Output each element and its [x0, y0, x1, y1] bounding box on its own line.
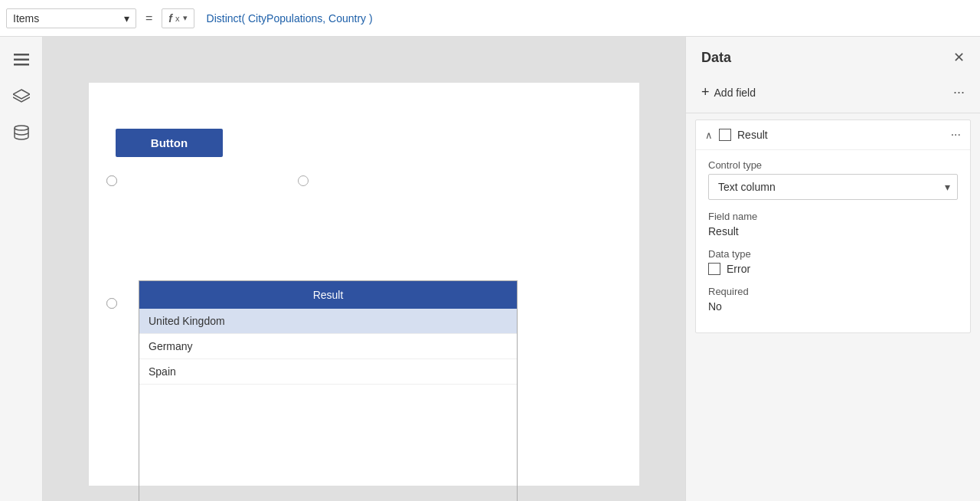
- control-type-select[interactable]: Text column Number column Date column: [708, 174, 958, 200]
- dropdown-chevron-icon: ▾: [124, 12, 129, 25]
- required-row: Required No: [708, 286, 958, 313]
- svg-rect-2: [14, 64, 29, 66]
- field-name-row: Field name Result: [708, 211, 958, 237]
- data-type-label: Data type: [708, 248, 958, 260]
- data-type-value: Error: [727, 263, 750, 275]
- field-more-button[interactable]: ···: [951, 128, 961, 142]
- more-icon: ···: [953, 84, 965, 100]
- field-section: ∧ Result ··· Control type Text column N: [695, 120, 971, 333]
- main-layout: Button Result United Kingdom Germany Spa…: [0, 37, 980, 501]
- table-component: Result United Kingdom Germany Spain: [139, 280, 518, 501]
- add-field-button[interactable]: + Add field: [701, 84, 756, 100]
- table-header: Result: [139, 281, 517, 309]
- field-details: Control type Text column Number column D…: [696, 149, 970, 332]
- required-label: Required: [708, 286, 958, 297]
- canvas-inner: Button Result United Kingdom Germany Spa…: [89, 83, 639, 486]
- fx-icon: f: [168, 12, 172, 25]
- control-type-select-wrapper: Text column Number column Date column ▾: [708, 174, 958, 200]
- right-panel: Data ✕ + Add field ··· ∧ Result: [685, 37, 980, 501]
- canvas-button[interactable]: Button: [116, 129, 223, 157]
- field-name-label: Result: [737, 129, 768, 141]
- data-type-checkbox-icon[interactable]: [708, 263, 720, 275]
- handle-top-right[interactable]: [106, 175, 117, 186]
- fx-dropdown-icon: ▾: [183, 13, 188, 23]
- add-field-row: + Add field ···: [686, 78, 980, 113]
- items-label: Items: [13, 12, 39, 25]
- formula-text: Distinct( CityPopulations, Country ): [207, 12, 373, 25]
- field-name-value: Result: [708, 225, 958, 237]
- handle-mid-right[interactable]: [106, 298, 117, 309]
- field-section-left: ∧ Result: [705, 129, 768, 141]
- sidebar-menu-icon[interactable]: [11, 49, 32, 70]
- more-options-button[interactable]: ···: [953, 84, 965, 100]
- svg-marker-3: [13, 90, 30, 99]
- data-type-value-row: Error: [708, 263, 958, 275]
- left-sidebar: [0, 37, 43, 501]
- formula-bar: Distinct( CityPopulations, Country ): [201, 12, 974, 25]
- svg-rect-1: [14, 59, 29, 61]
- field-name-section-label: Field name: [708, 211, 958, 222]
- add-field-label: Add field: [714, 87, 756, 99]
- divider: [686, 113, 980, 113]
- required-value: No: [708, 300, 958, 313]
- data-type-row: Data type Error: [708, 248, 958, 275]
- control-type-row: Control type Text column Number column D…: [708, 159, 958, 200]
- formula-content: Distinct( CityPopulations, Country ): [207, 12, 373, 25]
- field-section-header: ∧ Result ···: [696, 120, 970, 149]
- svg-point-4: [15, 126, 28, 130]
- fx-chevron-icon: x: [175, 14, 180, 23]
- table-row[interactable]: Germany: [139, 334, 517, 359]
- panel-header: Data ✕: [686, 37, 980, 78]
- table-row[interactable]: United Kingdom: [139, 309, 517, 334]
- panel-title: Data: [701, 50, 731, 66]
- svg-rect-0: [14, 54, 29, 56]
- field-more-icon: ···: [951, 128, 961, 141]
- sidebar-layers-icon[interactable]: [11, 86, 32, 107]
- fx-button[interactable]: fx ▾: [162, 8, 194, 28]
- close-icon: ✕: [953, 49, 965, 66]
- handle-top-center[interactable]: [298, 175, 309, 186]
- canvas-area: Button Result United Kingdom Germany Spa…: [43, 37, 685, 501]
- top-bar: Items ▾ = fx ▾ Distinct( CityPopulations…: [0, 0, 980, 37]
- close-button[interactable]: ✕: [953, 49, 965, 66]
- collapse-chevron-icon[interactable]: ∧: [705, 129, 713, 141]
- control-type-label: Control type: [708, 159, 958, 171]
- table-row[interactable]: Spain: [139, 359, 517, 385]
- field-checkbox-icon[interactable]: [719, 129, 731, 141]
- sidebar-database-icon[interactable]: [11, 123, 32, 144]
- plus-icon: +: [701, 84, 710, 100]
- items-dropdown[interactable]: Items ▾: [6, 8, 136, 28]
- equals-sign: =: [142, 11, 155, 25]
